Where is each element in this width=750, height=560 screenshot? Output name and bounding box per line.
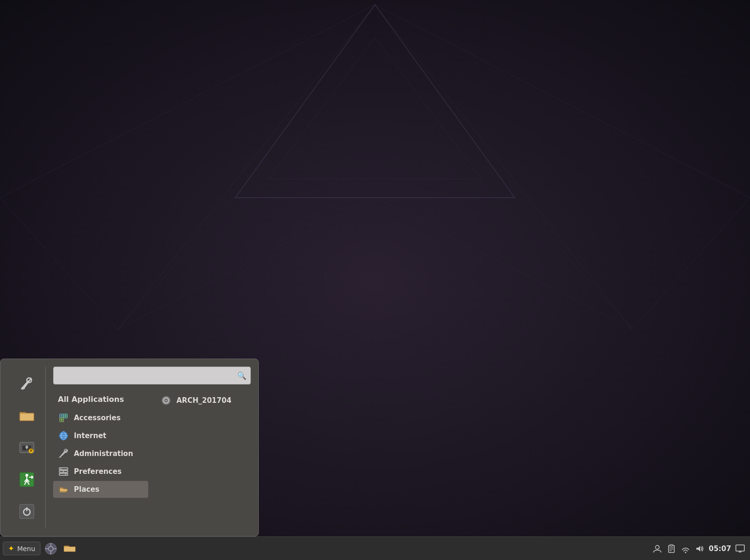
sidebar-lockscreen-button[interactable] xyxy=(14,434,40,461)
taskbar-filemanager-button[interactable] xyxy=(42,540,59,557)
svg-marker-67 xyxy=(696,546,700,552)
svg-line-42 xyxy=(59,457,61,457)
svg-rect-45 xyxy=(59,473,68,475)
svg-point-60 xyxy=(655,545,659,549)
network-icon xyxy=(681,544,690,553)
taskbar: ✦ Menu xyxy=(0,536,750,560)
sidebar-tools-button[interactable] xyxy=(14,370,40,397)
taskbar-user-icon[interactable] xyxy=(652,544,662,554)
sidebar-files-button[interactable] xyxy=(14,402,40,429)
folder-icon xyxy=(18,407,36,424)
power-icon xyxy=(18,503,36,520)
preferences-item[interactable]: Preferences xyxy=(53,463,148,480)
search-icon[interactable]: 🔍 xyxy=(237,371,247,380)
menu-columns: All Applications xyxy=(53,392,251,528)
volume-icon xyxy=(695,544,704,553)
menu-content: 🔍 All Applications xyxy=(53,367,251,528)
sidebar-logout-button[interactable] xyxy=(14,466,40,493)
lock-screen-icon xyxy=(18,439,36,456)
application-menu: 🔍 All Applications xyxy=(0,359,259,536)
svg-point-29 xyxy=(64,415,66,417)
preferences-icon xyxy=(58,466,69,477)
svg-rect-25 xyxy=(20,504,34,519)
places-icon xyxy=(58,484,69,495)
svg-rect-14 xyxy=(26,448,27,449)
taskbar-clipboard-icon[interactable] xyxy=(666,544,677,554)
search-bar: 🔍 xyxy=(53,367,251,384)
svg-marker-4 xyxy=(118,198,375,329)
svg-rect-48 xyxy=(65,474,66,475)
taskbar-filemanager-icon xyxy=(44,542,57,555)
svg-point-28 xyxy=(61,415,63,417)
tools-icon xyxy=(18,375,36,392)
taskbar-folder-button[interactable] xyxy=(61,540,78,557)
sidebar-power-button[interactable] xyxy=(14,498,40,525)
svg-marker-3 xyxy=(375,5,750,329)
preferences-label: Preferences xyxy=(74,467,122,476)
svg-marker-2 xyxy=(0,5,375,329)
all-applications-label: All Applications xyxy=(58,395,124,404)
svg-rect-47 xyxy=(63,472,64,472)
taskbar-time: 05:07 xyxy=(709,544,731,553)
all-applications-item[interactable]: All Applications xyxy=(53,392,148,407)
logout-icon xyxy=(18,471,36,488)
svg-point-18 xyxy=(25,474,28,477)
taskbar-screen-icon[interactable] xyxy=(735,544,745,554)
disc-icon xyxy=(160,395,172,406)
menu-button[interactable]: ✦ Menu xyxy=(3,542,40,555)
accessories-label: Accessories xyxy=(74,414,120,422)
svg-marker-0 xyxy=(235,5,515,198)
arch-disc-label: ARCH_201704 xyxy=(176,396,231,405)
menu-star-icon: ✦ xyxy=(8,544,14,553)
menu-sidebar xyxy=(8,367,46,528)
search-input[interactable] xyxy=(57,372,237,379)
taskbar-folder-icon xyxy=(63,542,76,555)
svg-rect-68 xyxy=(736,545,744,551)
places-item[interactable]: Places xyxy=(53,481,148,498)
places-label: Places xyxy=(74,485,99,494)
accessories-item[interactable]: Accessories xyxy=(53,409,148,426)
svg-marker-5 xyxy=(375,198,632,329)
screen-icon xyxy=(735,544,745,553)
svg-rect-16 xyxy=(30,450,32,452)
internet-icon xyxy=(58,430,69,441)
taskbar-right: 05:07 xyxy=(652,544,750,554)
taskbar-left: ✦ Menu xyxy=(0,540,78,557)
svg-point-52 xyxy=(166,400,167,401)
clipboard-icon xyxy=(667,544,676,553)
svg-rect-10 xyxy=(20,413,34,421)
internet-item[interactable]: Internet xyxy=(53,427,148,444)
menu-right-column: ARCH_201704 xyxy=(156,392,251,528)
svg-point-66 xyxy=(685,552,686,553)
user-icon xyxy=(653,544,662,553)
taskbar-volume-icon[interactable] xyxy=(694,544,705,554)
svg-point-30 xyxy=(61,419,63,421)
internet-label: Internet xyxy=(74,432,106,440)
administration-item[interactable]: Administration xyxy=(53,445,148,462)
svg-rect-59 xyxy=(64,547,75,552)
administration-icon xyxy=(58,448,69,459)
administration-label: Administration xyxy=(74,449,133,458)
menu-button-label: Menu xyxy=(17,545,35,552)
taskbar-network-icon[interactable] xyxy=(680,544,691,554)
svg-rect-46 xyxy=(60,469,62,469)
menu-left-column: All Applications xyxy=(53,392,148,528)
accessories-icon xyxy=(58,412,69,424)
svg-rect-62 xyxy=(670,544,673,546)
arch-disc-item[interactable]: ARCH_201704 xyxy=(156,392,251,409)
